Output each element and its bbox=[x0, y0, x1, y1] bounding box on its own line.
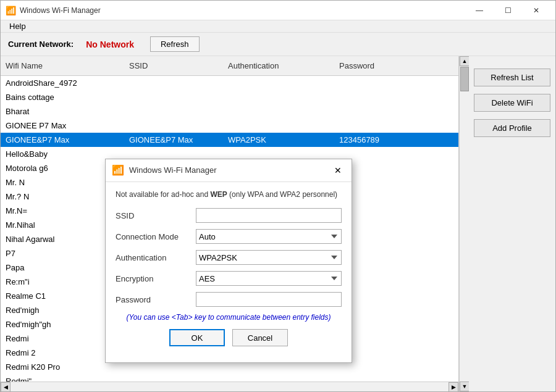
authentication-row: Authentication WPA2PSK WPAPSK open bbox=[116, 250, 342, 265]
main-area: Wifi Name SSID Authentication Password A… bbox=[1, 56, 555, 391]
title-bar: 📶 Windows Wi-Fi Manager — ☐ ✕ bbox=[1, 1, 555, 20]
ssid-row: SSID bbox=[116, 208, 342, 223]
vertical-scrollbar[interactable]: ▲ ▼ bbox=[459, 56, 469, 391]
dialog-body: Not available for ad-hoc and WEP (only W… bbox=[106, 182, 352, 363]
dialog-close-button[interactable]: ✕ bbox=[331, 163, 345, 178]
wifi-icon: 📶 bbox=[6, 6, 16, 15]
ssid-label: SSID bbox=[116, 211, 196, 220]
scroll-right-btn[interactable]: ▶ bbox=[449, 382, 458, 392]
connection-mode-select[interactable]: Auto Manual bbox=[196, 229, 342, 244]
dialog-cancel-button[interactable]: Cancel bbox=[232, 329, 288, 346]
cell-password bbox=[334, 91, 445, 103]
cell-ssid bbox=[124, 91, 223, 103]
password-input[interactable] bbox=[196, 292, 342, 307]
current-network-label: Current Network: bbox=[8, 40, 74, 49]
authentication-select[interactable]: WPA2PSK WPAPSK open bbox=[196, 250, 342, 265]
cell-auth bbox=[223, 106, 334, 117]
menu-bar: Help bbox=[1, 20, 555, 33]
connection-mode-label: Connection Mode bbox=[116, 232, 196, 241]
list-item[interactable]: GIONEE P7 Max bbox=[1, 119, 458, 133]
horizontal-scrollbar[interactable]: ◀ ▶ bbox=[1, 382, 458, 391]
list-header: Wifi Name SSID Authentication Password bbox=[1, 56, 458, 76]
cell-auth bbox=[223, 375, 334, 382]
cell-ssid bbox=[124, 120, 223, 131]
cell-ssid bbox=[124, 77, 223, 89]
cell-ssid: GIONEE&P7 Max bbox=[124, 134, 223, 146]
cell-name: GIONEE P7 Max bbox=[1, 120, 124, 131]
dialog-notice-text: Not available for ad-hoc and WEP (only W… bbox=[116, 190, 337, 199]
password-row: Password bbox=[116, 292, 342, 307]
cell-password: 123456789 bbox=[334, 134, 445, 146]
cell-password bbox=[334, 120, 445, 131]
dialog-title-text: Windows Wi-Fi Manager bbox=[129, 165, 326, 175]
cell-ssid bbox=[124, 375, 223, 382]
add-profile-button[interactable]: Add Profile bbox=[474, 119, 550, 137]
ssid-input[interactable] bbox=[196, 208, 342, 223]
scroll-track bbox=[460, 66, 469, 382]
close-button[interactable]: ✕ bbox=[522, 1, 550, 20]
cell-name: Bharat bbox=[1, 106, 124, 117]
dialog-title-bar: 📶 Windows Wi-Fi Manager ✕ bbox=[106, 159, 352, 182]
header-wifi-name: Wifi Name bbox=[1, 59, 124, 73]
scroll-thumb[interactable] bbox=[460, 67, 469, 91]
dialog-wifi-icon: 📶 bbox=[112, 164, 124, 176]
cell-auth bbox=[223, 77, 334, 89]
list-item[interactable]: GIONEE&P7 Max GIONEE&P7 Max WPA2PSK 1234… bbox=[1, 133, 458, 147]
scroll-up-btn[interactable]: ▲ bbox=[460, 56, 470, 66]
authentication-label: Authentication bbox=[116, 253, 196, 262]
toolbar: Current Network: No Network Refresh bbox=[1, 33, 555, 56]
encryption-row: Encryption AES TKIP bbox=[116, 271, 342, 286]
delete-wifi-button[interactable]: Delete WiFi bbox=[474, 94, 550, 112]
refresh-list-button[interactable]: Refresh List bbox=[474, 69, 550, 86]
cell-ssid bbox=[124, 106, 223, 117]
cell-auth: WPA2PSK bbox=[223, 134, 334, 146]
no-network-value: No Network bbox=[86, 40, 134, 49]
tab-hint: (You can use <Tab> key to communicate be… bbox=[116, 313, 342, 322]
window-controls: — ☐ ✕ bbox=[465, 1, 550, 20]
cell-name: Bains cottage bbox=[1, 91, 124, 103]
list-item[interactable]: Redmi" bbox=[1, 374, 458, 382]
encryption-select[interactable]: AES TKIP bbox=[196, 271, 342, 286]
minimize-button[interactable]: — bbox=[465, 1, 494, 20]
cell-password bbox=[334, 375, 445, 382]
maximize-button[interactable]: ☐ bbox=[494, 1, 522, 20]
list-item[interactable]: Bains cottage bbox=[1, 90, 458, 104]
cell-name: AndroidShare_4972 bbox=[1, 77, 124, 89]
cell-auth bbox=[223, 91, 334, 103]
header-ssid: SSID bbox=[124, 59, 223, 73]
cell-password bbox=[334, 106, 445, 117]
header-authentication: Authentication bbox=[223, 59, 334, 73]
dialog-notice: Not available for ad-hoc and WEP (only W… bbox=[116, 190, 342, 200]
list-item[interactable]: AndroidShare_4972 bbox=[1, 76, 458, 90]
window-title: Windows Wi-Fi Manager bbox=[20, 6, 465, 15]
horiz-scroll-track bbox=[11, 382, 449, 391]
header-password: Password bbox=[334, 59, 445, 73]
password-label: Password bbox=[116, 295, 196, 304]
refresh-button[interactable]: Refresh bbox=[150, 36, 200, 52]
scroll-down-btn[interactable]: ▼ bbox=[460, 382, 470, 391]
add-profile-dialog: 📶 Windows Wi-Fi Manager ✕ Not available … bbox=[105, 159, 352, 364]
cell-password bbox=[334, 77, 445, 89]
scroll-left-btn[interactable]: ◀ bbox=[1, 382, 11, 392]
cell-auth bbox=[223, 120, 334, 131]
dialog-ok-button[interactable]: OK bbox=[169, 329, 225, 346]
encryption-label: Encryption bbox=[116, 274, 196, 283]
dialog-footer: OK Cancel bbox=[116, 329, 342, 355]
main-window: 📶 Windows Wi-Fi Manager — ☐ ✕ Help Curre… bbox=[0, 0, 556, 392]
cell-name: GIONEE&P7 Max bbox=[1, 134, 124, 146]
connection-mode-row: Connection Mode Auto Manual bbox=[116, 229, 342, 244]
list-item[interactable]: Bharat bbox=[1, 104, 458, 119]
cell-name: Redmi" bbox=[1, 375, 124, 382]
menu-help[interactable]: Help bbox=[6, 20, 30, 32]
sidebar: Refresh List Delete WiFi Add Profile bbox=[469, 56, 555, 391]
